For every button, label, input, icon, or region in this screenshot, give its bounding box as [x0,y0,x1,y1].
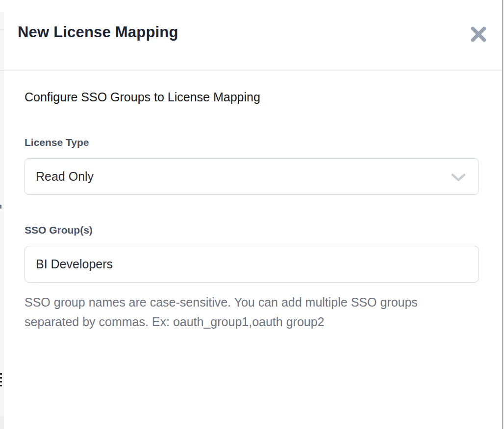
modal-title: New License Mapping [18,24,178,41]
close-button[interactable] [467,23,490,46]
modal-header: New License Mapping [4,0,502,71]
background-list-marks [0,373,2,389]
chevron-down-icon [451,173,466,182]
background-page-sliver [0,0,4,429]
background-notch [0,0,4,12]
background-bottom-shade [0,416,4,429]
background-line [0,29,4,30]
new-license-mapping-modal: New License Mapping Configure SSO Groups… [4,0,502,429]
sso-groups-input[interactable] [25,246,479,283]
modal-body: Configure SSO Groups to License Mapping … [4,90,502,332]
license-type-select[interactable]: Read Only [25,158,479,195]
close-icon [469,25,488,44]
background-dot [0,205,1,209]
background-divider-line [0,70,4,71]
sso-groups-label: SSO Group(s) [25,224,479,236]
modal-subtitle: Configure SSO Groups to License Mapping [25,90,479,104]
license-type-selected-value: Read Only [36,169,94,184]
license-type-label: License Type [25,137,479,148]
sso-groups-help-text: SSO group names are case-sensitive. You … [25,292,456,332]
